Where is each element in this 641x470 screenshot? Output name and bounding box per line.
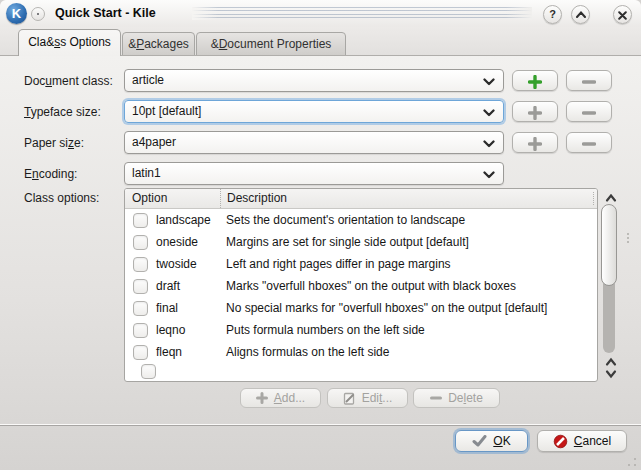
table-row[interactable]: final No special marks for "overfull hbo… <box>125 297 597 319</box>
table-header[interactable]: Option Description <box>125 189 597 209</box>
window-title: Quick Start - Kile <box>55 6 156 20</box>
ok-button[interactable]: OK <box>455 430 528 452</box>
tab-bar: Cla&ss Options &Packages &Document Prope… <box>0 27 641 56</box>
column-header-description[interactable]: Description <box>220 189 597 208</box>
quick-start-dialog: K Quick Start - Kile ? Cla&ss Options &P… <box>0 0 641 470</box>
scrollbar-down-button[interactable] <box>603 366 619 378</box>
option-checkbox[interactable] <box>133 279 148 294</box>
tab-packages[interactable]: &Packages <box>122 32 195 56</box>
table-row[interactable]: twoside Left and right pages differ in p… <box>125 253 597 275</box>
delete-option-button[interactable]: Delete <box>413 388 500 408</box>
table-row[interactable]: landscape Sets the document's orientatio… <box>125 209 597 231</box>
minus-icon <box>582 106 596 120</box>
titlebar-stripes-decoration <box>192 7 532 20</box>
cancel-button[interactable]: Cancel <box>537 430 627 452</box>
paper-size-value: a4paper <box>132 135 176 149</box>
tab-document-properties[interactable]: &Document Properties <box>196 32 346 56</box>
encoding-value: latin1 <box>132 166 161 180</box>
shade-button[interactable] <box>571 5 590 24</box>
typeface-size-label: Typeface size: <box>24 105 101 119</box>
plus-icon <box>528 75 542 89</box>
tab-class-options[interactable]: Cla&ss Options <box>18 29 121 56</box>
option-checkbox[interactable] <box>141 364 156 379</box>
encoding-select[interactable]: latin1 <box>124 162 504 185</box>
cancel-no-entry-icon <box>553 434 568 449</box>
class-options-label: Class options: <box>24 191 99 205</box>
paper-size-label: Paper size: <box>24 136 84 150</box>
paper-size-remove-button[interactable] <box>566 132 612 153</box>
option-checkbox[interactable] <box>133 213 148 228</box>
paper-size-add-button[interactable] <box>512 132 558 153</box>
edit-option-button[interactable]: Edit... <box>327 388 408 408</box>
window-menu-button[interactable] <box>31 7 45 21</box>
kile-app-icon: K <box>6 3 27 24</box>
scrollbar-up-button-secondary[interactable] <box>603 354 619 366</box>
chevron-down-icon <box>483 140 495 148</box>
document-class-value: article <box>132 73 164 87</box>
chevron-down-icon <box>483 78 495 86</box>
minus-icon <box>582 137 596 151</box>
option-checkbox[interactable] <box>133 257 148 272</box>
plus-icon <box>256 392 268 404</box>
titlebar[interactable]: K Quick Start - Kile ? <box>0 0 641 27</box>
chevron-up-icon <box>576 11 586 18</box>
chevron-down-icon <box>483 171 495 179</box>
typeface-size-value: 10pt [default] <box>132 104 201 118</box>
footer-separator <box>0 424 641 426</box>
typeface-size-select[interactable]: 10pt [default] <box>124 100 504 123</box>
close-button[interactable] <box>613 5 632 24</box>
minus-icon <box>582 75 596 89</box>
plus-icon <box>528 137 542 151</box>
class-options-table[interactable]: Option Description landscape Sets the do… <box>124 188 598 382</box>
document-class-label: Document class: <box>24 74 113 88</box>
paper-size-select[interactable]: a4paper <box>124 131 504 154</box>
chevron-down-icon <box>603 368 619 380</box>
help-button[interactable]: ? <box>543 5 562 24</box>
option-checkbox[interactable] <box>133 345 148 360</box>
table-row[interactable]: oneside Margins are set for single side … <box>125 231 597 253</box>
add-option-button[interactable]: Add... <box>240 388 321 408</box>
document-class-select[interactable]: article <box>124 69 504 92</box>
column-header-option[interactable]: Option <box>125 189 220 208</box>
option-checkbox[interactable] <box>133 301 148 316</box>
option-checkbox[interactable] <box>133 323 148 338</box>
table-row[interactable]: fleqn Aligns formulas on the left side <box>125 341 597 363</box>
document-class-remove-button[interactable] <box>566 70 612 91</box>
encoding-label: Encoding: <box>24 167 77 181</box>
plus-icon <box>528 106 542 120</box>
edit-pencil-icon <box>343 392 356 405</box>
close-icon <box>618 11 627 20</box>
scrollbar-thumb[interactable] <box>601 204 617 286</box>
document-class-add-button[interactable] <box>512 70 558 91</box>
table-row[interactable]: leqno Puts formula numbers on the left s… <box>125 319 597 341</box>
minus-icon <box>430 392 442 404</box>
chevron-up-icon <box>603 192 619 204</box>
typeface-size-remove-button[interactable] <box>566 101 612 122</box>
chevron-down-icon <box>483 109 495 117</box>
table-row[interactable]: draft Marks "overfull hboxes" on the out… <box>125 275 597 297</box>
option-checkbox[interactable] <box>133 235 148 250</box>
window-edge-handle-dots <box>627 233 629 245</box>
checkmark-icon <box>472 435 487 447</box>
typeface-size-add-button[interactable] <box>512 101 558 122</box>
scrollbar-up-button[interactable] <box>603 190 619 202</box>
